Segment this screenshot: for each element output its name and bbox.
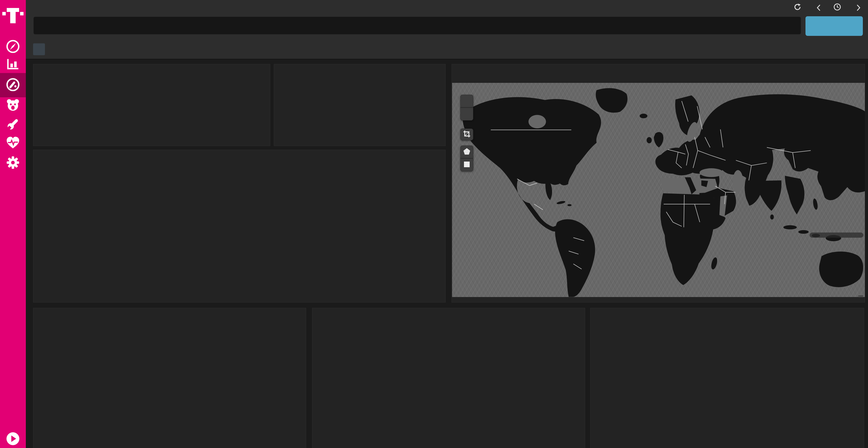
telekom-logo [2, 2, 24, 24]
time-back-button[interactable] [816, 4, 822, 12]
filter-bar [26, 37, 868, 59]
panel-attacks-bar [33, 64, 270, 146]
sidebar [0, 0, 26, 448]
map-fit-bounds-button[interactable] [460, 129, 473, 140]
map-attribution [858, 296, 863, 297]
top-menu [746, 3, 861, 13]
sidebar-item-management[interactable] [0, 155, 26, 171]
time-forward-button[interactable] [856, 4, 861, 12]
sidebar-collapse-button[interactable] [0, 432, 26, 447]
time-range-picker[interactable] [833, 3, 844, 13]
sidebar-item-devtools[interactable] [0, 116, 26, 133]
sidebar-item-timelion[interactable] [0, 97, 26, 113]
query-input[interactable] [34, 17, 801, 34]
map-zoom-in-button[interactable] [460, 95, 473, 108]
panel-attacks-metric [274, 64, 445, 146]
wrench-icon [5, 116, 21, 132]
gear-icon [5, 155, 21, 171]
panel-attacks-by-country [312, 308, 585, 448]
polygon-icon [463, 148, 471, 157]
refresh-button[interactable] [805, 16, 863, 36]
heartbeat-icon [5, 136, 21, 151]
panel-attack-map [452, 64, 865, 303]
reputation-donut-chart [33, 308, 306, 448]
auto-refresh-button[interactable] [794, 3, 804, 13]
top-navigation [26, 0, 868, 15]
attacks-bar-chart [33, 64, 270, 146]
map-draw-polygon-button[interactable] [460, 145, 473, 159]
play-circle-icon [6, 432, 20, 447]
bear-face-icon [5, 97, 21, 113]
sidebar-item-visualize[interactable] [0, 56, 26, 73]
sidebar-item-monitoring[interactable] [0, 135, 26, 152]
bar-chart-icon [5, 57, 21, 72]
query-bar [26, 15, 868, 37]
refresh-cycle-icon [794, 3, 801, 13]
rectangle-icon [463, 161, 471, 169]
compass-icon [5, 39, 21, 55]
panel-attacks-histogram [33, 150, 445, 303]
clock-icon [833, 3, 841, 13]
world-map [452, 83, 865, 297]
crop-icon [463, 130, 471, 139]
gauge-icon [5, 77, 21, 93]
attack-map[interactable] [452, 83, 865, 297]
map-count-legend [810, 233, 863, 238]
map-draw-rectangle-button[interactable] [460, 159, 473, 171]
by-country-area-chart [591, 308, 864, 448]
panel-attacks-by-country-histogram [590, 308, 864, 448]
add-filter-button[interactable] [33, 43, 45, 55]
by-country-donut-chart [312, 308, 585, 448]
sidebar-item-discover[interactable] [0, 39, 26, 55]
panel-src-ip-reputation [33, 308, 306, 448]
sidebar-item-dashboard[interactable] [0, 73, 26, 97]
attacks-histogram-chart [33, 150, 445, 302]
map-zoom-out-button[interactable] [460, 108, 473, 120]
